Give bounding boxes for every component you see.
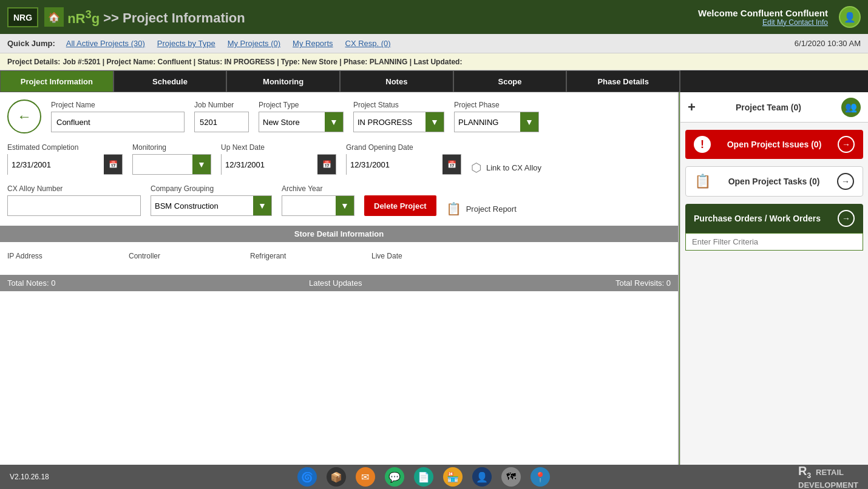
monitoring-select-wrapper: Yes No ▼ bbox=[132, 154, 211, 175]
project-phase-group: Project Phase PLANNING ACTIVE CLOSED ▼ bbox=[454, 101, 539, 132]
app-title: nR3g >> Project Information bbox=[67, 7, 245, 26]
est-completion-calendar-btn[interactable]: 📅 bbox=[104, 155, 122, 174]
right-panel: + Project Team (0) 👥 ! Open Project Issu… bbox=[680, 92, 868, 465]
archive-year-dropdown-btn[interactable]: ▼ bbox=[336, 196, 354, 215]
footer: V2.10.26.18 🌀 📦 ✉ 💬 📄 🏪 👤 🗺 📍 R3 RETAILD… bbox=[0, 465, 868, 489]
project-team-header: + Project Team (0) 👥 bbox=[680, 92, 868, 123]
project-status-select[interactable]: IN PROGRESS COMPLETE ON HOLD bbox=[354, 115, 426, 129]
retail-logo: R3 RETAILDEVELOPMENT bbox=[798, 464, 858, 489]
project-details-bar: Project Details: Job #:5201 | Project Na… bbox=[0, 53, 868, 70]
archive-year-select[interactable]: 2020 2021 bbox=[282, 199, 336, 213]
cx-alloy-group: CX Alloy Number bbox=[7, 184, 141, 216]
quick-jump-all-active[interactable]: All Active Projects (30) bbox=[61, 39, 150, 48]
project-status-dropdown-btn[interactable]: ▼ bbox=[426, 112, 444, 132]
job-number-group: Job Number bbox=[194, 101, 249, 132]
project-type-label: Project Type bbox=[259, 101, 344, 109]
left-panel: ← Project Name Job Number Project Type bbox=[0, 92, 679, 465]
back-button[interactable]: ← bbox=[7, 99, 41, 133]
project-status-select-wrapper: IN PROGRESS COMPLETE ON HOLD ▼ bbox=[353, 112, 444, 132]
tab-phase-details[interactable]: Phase Details bbox=[566, 70, 680, 92]
footer-icon-4[interactable]: 💬 bbox=[385, 467, 404, 487]
up-next-group: Up Next Date 📅 bbox=[221, 143, 336, 175]
project-details-label: Project Details: bbox=[7, 58, 60, 66]
team-icon: 👥 bbox=[841, 98, 861, 117]
monitoring-dropdown-btn[interactable]: ▼ bbox=[192, 155, 211, 174]
grand-opening-label: Grand Opening Date bbox=[346, 143, 461, 152]
footer-icon-9[interactable]: 📍 bbox=[531, 467, 550, 487]
company-grouping-select[interactable]: BSM Construction Other bbox=[151, 199, 253, 213]
up-next-calendar-btn[interactable]: 📅 bbox=[317, 155, 336, 174]
project-status-group: Project Status IN PROGRESS COMPLETE ON H… bbox=[353, 101, 444, 132]
quick-jump-by-type[interactable]: Projects by Type bbox=[152, 39, 220, 48]
company-grouping-group: Company Grouping BSM Construction Other … bbox=[151, 184, 272, 216]
grand-opening-date-wrapper: 📅 bbox=[346, 154, 461, 175]
tab-scope[interactable]: Scope bbox=[453, 70, 567, 92]
project-phase-select[interactable]: PLANNING ACTIVE CLOSED bbox=[455, 115, 520, 129]
app-header: NRG 🏠 nR3g >> Project Information Welcom… bbox=[0, 0, 868, 34]
job-number-input[interactable] bbox=[194, 112, 249, 132]
open-project-issues-button[interactable]: ! Open Project Issues (0) → bbox=[685, 130, 863, 159]
avatar: 👤 bbox=[839, 6, 861, 28]
logo: NRG bbox=[7, 7, 38, 27]
grand-opening-group: Grand Opening Date 📅 bbox=[346, 143, 461, 175]
tab-notes[interactable]: Notes bbox=[340, 70, 453, 92]
total-notes: Total Notes: 0 bbox=[7, 278, 56, 288]
cx-alloy-label: CX Alloy Number bbox=[7, 184, 141, 193]
project-report-btn[interactable]: 📋 Project Report bbox=[446, 201, 517, 216]
project-name-input[interactable] bbox=[51, 112, 185, 132]
monitoring-select[interactable]: Yes No bbox=[133, 158, 192, 172]
cx-alloy-input[interactable] bbox=[7, 195, 141, 216]
grand-opening-calendar-btn[interactable]: 📅 bbox=[442, 155, 461, 174]
footer-icon-1[interactable]: 🌀 bbox=[297, 467, 317, 487]
open-project-tasks-button[interactable]: 📋 Open Project Tasks (0) → bbox=[685, 166, 863, 197]
header-right: Welcome Confluent Confluent Edit My Cont… bbox=[698, 8, 828, 27]
job-number-label: Job Number bbox=[194, 101, 249, 109]
up-next-date-wrapper: 📅 bbox=[221, 154, 336, 175]
tab-schedule[interactable]: Schedule bbox=[114, 70, 227, 92]
add-team-member-button[interactable]: + bbox=[688, 99, 696, 115]
tab-monitoring[interactable]: Monitoring bbox=[226, 70, 340, 92]
project-phase-dropdown-btn[interactable]: ▼ bbox=[520, 112, 538, 132]
quick-jump-my-projects[interactable]: My Projects (0) bbox=[223, 39, 285, 48]
project-phase-label: Project Phase bbox=[454, 101, 539, 109]
edit-contact-link[interactable]: Edit My Contact Info bbox=[698, 18, 828, 27]
grand-opening-input[interactable] bbox=[347, 154, 442, 175]
company-grouping-select-wrapper: BSM Construction Other ▼ bbox=[151, 195, 272, 216]
delete-project-button[interactable]: Delete Project bbox=[364, 195, 436, 216]
footer-icon-2[interactable]: 📦 bbox=[327, 467, 346, 487]
controller-label: Controller bbox=[129, 252, 232, 260]
project-type-dropdown-btn[interactable]: ▼ bbox=[325, 112, 343, 132]
project-name-label: Project Name bbox=[51, 101, 185, 109]
quick-jump-my-reports[interactable]: My Reports bbox=[288, 39, 337, 48]
footer-icon-8[interactable]: 🗺 bbox=[501, 467, 521, 487]
footer-icon-3[interactable]: ✉ bbox=[356, 467, 375, 487]
link-cx-alloy-label: Link to CX Alloy bbox=[486, 163, 541, 172]
form-row-3: CX Alloy Number Company Grouping BSM Con… bbox=[7, 184, 671, 216]
ip-address-label: IP Address bbox=[7, 252, 110, 260]
quick-jump-cx-resp[interactable]: CX Resp. (0) bbox=[341, 39, 396, 48]
tasks-label: Open Project Tasks (0) bbox=[728, 177, 820, 186]
footer-icon-5[interactable]: 📄 bbox=[414, 467, 433, 487]
company-grouping-label: Company Grouping bbox=[151, 184, 272, 193]
powo-filter-input[interactable] bbox=[685, 233, 863, 251]
issues-label: Open Project Issues (0) bbox=[727, 140, 822, 149]
company-grouping-dropdown-btn[interactable]: ▼ bbox=[253, 196, 271, 215]
footer-icon-7[interactable]: 👤 bbox=[472, 467, 492, 487]
project-phase-select-wrapper: PLANNING ACTIVE CLOSED ▼ bbox=[454, 112, 539, 132]
footer-icon-6[interactable]: 🏪 bbox=[443, 467, 463, 487]
store-detail-header: Store Detail Information bbox=[0, 226, 678, 242]
content-area: ← Project Name Job Number Project Type bbox=[0, 92, 868, 465]
link-cx-alloy-btn[interactable]: ⬡ Link to CX Alloy bbox=[471, 160, 541, 175]
up-next-input[interactable] bbox=[222, 154, 317, 175]
welcome-text: Welcome Confluent Confluent bbox=[698, 8, 828, 18]
footer-icons: 🌀 📦 ✉ 💬 📄 🏪 👤 🗺 📍 bbox=[297, 467, 550, 487]
form-row-2: Estimated Completion 📅 Monitoring Yes No bbox=[7, 143, 671, 175]
header-datetime: 6/1/2020 10:30 AM bbox=[795, 39, 861, 48]
quick-jump-bar: Quick Jump: All Active Projects (30) Pro… bbox=[0, 34, 868, 53]
issues-exclamation-icon: ! bbox=[694, 136, 711, 153]
tab-project-information[interactable]: Project Information bbox=[0, 70, 114, 92]
powo-section[interactable]: Purchase Orders / Work Orders → bbox=[685, 204, 863, 233]
project-team-label: Project Team (0) bbox=[736, 103, 801, 112]
est-completion-input[interactable] bbox=[8, 154, 104, 175]
project-type-select[interactable]: New Store Remodel Service bbox=[259, 115, 325, 129]
